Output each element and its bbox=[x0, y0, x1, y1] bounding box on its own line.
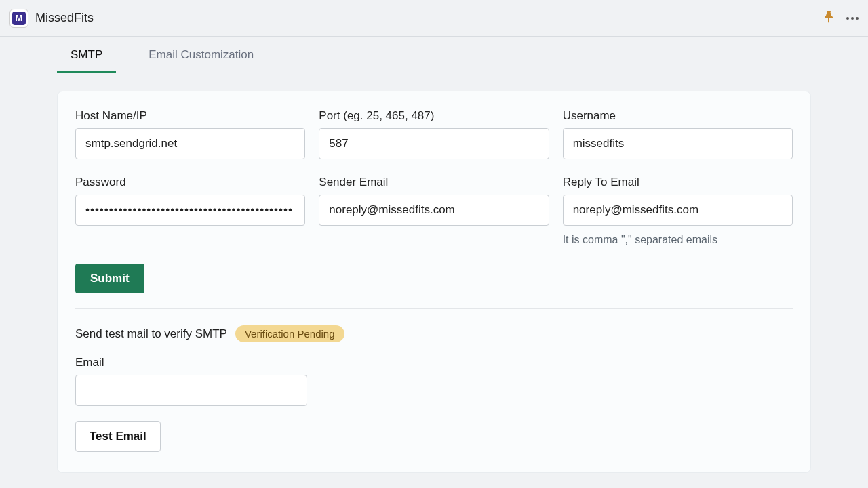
pin-icon[interactable] bbox=[823, 11, 834, 25]
smtp-form: Host Name/IP Port (eg. 25, 465, 487) Use… bbox=[75, 109, 793, 246]
test-heading-row: Send test mail to verify SMTP Verificati… bbox=[75, 325, 793, 342]
field-sender-email: Sender Email bbox=[319, 176, 549, 246]
field-test-email: Email bbox=[75, 356, 307, 406]
field-password: Password bbox=[75, 176, 305, 246]
username-input[interactable] bbox=[563, 128, 793, 159]
field-host: Host Name/IP bbox=[75, 109, 305, 159]
top-bar-right bbox=[823, 11, 859, 25]
port-label: Port (eg. 25, 465, 487) bbox=[319, 109, 549, 123]
password-input[interactable] bbox=[75, 195, 305, 226]
test-email-input[interactable] bbox=[75, 375, 307, 406]
reply-input[interactable] bbox=[563, 195, 793, 226]
field-reply-to: Reply To Email It is comma "," separated… bbox=[563, 176, 793, 246]
sender-label: Sender Email bbox=[319, 176, 549, 189]
test-heading: Send test mail to verify SMTP bbox=[75, 327, 227, 341]
app-logo-letter: M bbox=[12, 12, 26, 25]
host-input[interactable] bbox=[75, 128, 305, 159]
reply-helper: It is comma "," separated emails bbox=[563, 234, 793, 246]
password-label: Password bbox=[75, 176, 305, 189]
more-icon[interactable] bbox=[846, 17, 859, 20]
tabs: SMTP Email Customization bbox=[57, 37, 811, 73]
top-bar-left: M MissedFits bbox=[9, 9, 94, 28]
page-content: SMTP Email Customization Host Name/IP Po… bbox=[0, 37, 868, 473]
reply-label: Reply To Email bbox=[563, 176, 793, 189]
divider bbox=[75, 308, 793, 309]
tab-smtp[interactable]: SMTP bbox=[57, 37, 116, 73]
app-logo: M bbox=[9, 9, 28, 28]
submit-button[interactable]: Submit bbox=[75, 264, 144, 293]
host-label: Host Name/IP bbox=[75, 109, 305, 123]
verification-badge: Verification Pending bbox=[235, 325, 344, 342]
top-bar: M MissedFits bbox=[0, 0, 868, 37]
field-username: Username bbox=[563, 109, 793, 159]
test-email-label: Email bbox=[75, 356, 307, 369]
settings-card: Host Name/IP Port (eg. 25, 465, 487) Use… bbox=[57, 91, 811, 473]
port-input[interactable] bbox=[319, 128, 549, 159]
tab-email-customization[interactable]: Email Customization bbox=[135, 37, 267, 73]
username-label: Username bbox=[563, 109, 793, 123]
test-email-button[interactable]: Test Email bbox=[75, 421, 161, 452]
app-title: MissedFits bbox=[35, 11, 94, 25]
sender-input[interactable] bbox=[319, 195, 549, 226]
field-port: Port (eg. 25, 465, 487) bbox=[319, 109, 549, 159]
